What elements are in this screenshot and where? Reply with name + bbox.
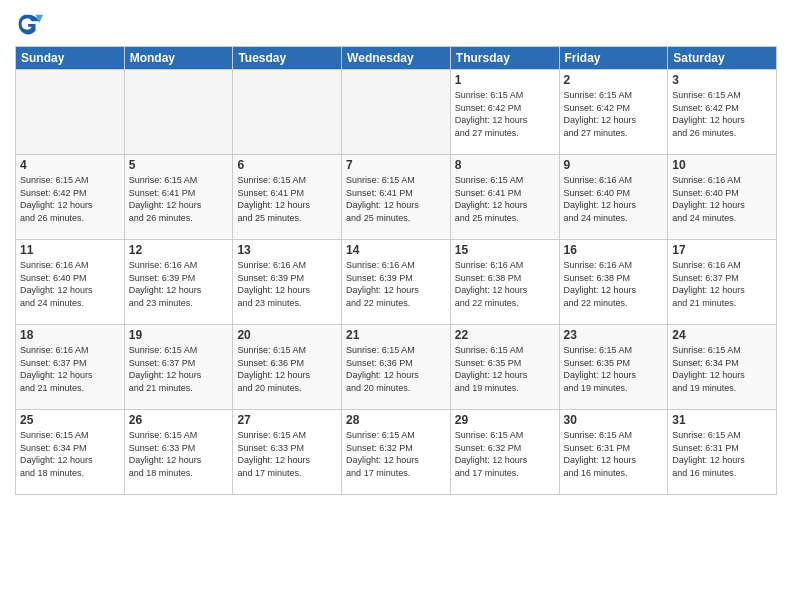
day-info: Sunrise: 6:16 AM Sunset: 6:38 PM Dayligh…	[455, 259, 555, 309]
calendar-cell: 31Sunrise: 6:15 AM Sunset: 6:31 PM Dayli…	[668, 410, 777, 495]
calendar-header-friday: Friday	[559, 47, 668, 70]
calendar-header-wednesday: Wednesday	[342, 47, 451, 70]
day-info: Sunrise: 6:15 AM Sunset: 6:36 PM Dayligh…	[237, 344, 337, 394]
day-number: 9	[564, 158, 664, 172]
day-info: Sunrise: 6:16 AM Sunset: 6:39 PM Dayligh…	[346, 259, 446, 309]
calendar-cell: 1Sunrise: 6:15 AM Sunset: 6:42 PM Daylig…	[450, 70, 559, 155]
day-number: 10	[672, 158, 772, 172]
day-number: 26	[129, 413, 229, 427]
day-info: Sunrise: 6:16 AM Sunset: 6:39 PM Dayligh…	[237, 259, 337, 309]
day-number: 1	[455, 73, 555, 87]
calendar-cell	[342, 70, 451, 155]
day-number: 5	[129, 158, 229, 172]
calendar-cell: 22Sunrise: 6:15 AM Sunset: 6:35 PM Dayli…	[450, 325, 559, 410]
day-info: Sunrise: 6:15 AM Sunset: 6:42 PM Dayligh…	[455, 89, 555, 139]
calendar-cell: 12Sunrise: 6:16 AM Sunset: 6:39 PM Dayli…	[124, 240, 233, 325]
day-number: 14	[346, 243, 446, 257]
calendar-cell: 5Sunrise: 6:15 AM Sunset: 6:41 PM Daylig…	[124, 155, 233, 240]
day-info: Sunrise: 6:16 AM Sunset: 6:39 PM Dayligh…	[129, 259, 229, 309]
calendar-cell: 19Sunrise: 6:15 AM Sunset: 6:37 PM Dayli…	[124, 325, 233, 410]
page: SundayMondayTuesdayWednesdayThursdayFrid…	[0, 0, 792, 612]
calendar-header-sunday: Sunday	[16, 47, 125, 70]
calendar-cell: 18Sunrise: 6:16 AM Sunset: 6:37 PM Dayli…	[16, 325, 125, 410]
day-number: 23	[564, 328, 664, 342]
day-number: 3	[672, 73, 772, 87]
calendar-header-monday: Monday	[124, 47, 233, 70]
calendar-cell: 3Sunrise: 6:15 AM Sunset: 6:42 PM Daylig…	[668, 70, 777, 155]
calendar-table: SundayMondayTuesdayWednesdayThursdayFrid…	[15, 46, 777, 495]
calendar-cell: 21Sunrise: 6:15 AM Sunset: 6:36 PM Dayli…	[342, 325, 451, 410]
day-number: 16	[564, 243, 664, 257]
day-number: 25	[20, 413, 120, 427]
calendar-cell: 23Sunrise: 6:15 AM Sunset: 6:35 PM Dayli…	[559, 325, 668, 410]
calendar-cell: 20Sunrise: 6:15 AM Sunset: 6:36 PM Dayli…	[233, 325, 342, 410]
day-number: 15	[455, 243, 555, 257]
calendar-cell: 16Sunrise: 6:16 AM Sunset: 6:38 PM Dayli…	[559, 240, 668, 325]
day-info: Sunrise: 6:15 AM Sunset: 6:33 PM Dayligh…	[237, 429, 337, 479]
day-number: 22	[455, 328, 555, 342]
day-info: Sunrise: 6:15 AM Sunset: 6:37 PM Dayligh…	[129, 344, 229, 394]
calendar-cell: 30Sunrise: 6:15 AM Sunset: 6:31 PM Dayli…	[559, 410, 668, 495]
day-number: 27	[237, 413, 337, 427]
calendar-cell: 28Sunrise: 6:15 AM Sunset: 6:32 PM Dayli…	[342, 410, 451, 495]
day-info: Sunrise: 6:16 AM Sunset: 6:40 PM Dayligh…	[672, 174, 772, 224]
day-info: Sunrise: 6:15 AM Sunset: 6:32 PM Dayligh…	[346, 429, 446, 479]
calendar-week-row: 25Sunrise: 6:15 AM Sunset: 6:34 PM Dayli…	[16, 410, 777, 495]
calendar-cell: 27Sunrise: 6:15 AM Sunset: 6:33 PM Dayli…	[233, 410, 342, 495]
day-info: Sunrise: 6:15 AM Sunset: 6:34 PM Dayligh…	[672, 344, 772, 394]
calendar-cell: 29Sunrise: 6:15 AM Sunset: 6:32 PM Dayli…	[450, 410, 559, 495]
day-info: Sunrise: 6:15 AM Sunset: 6:31 PM Dayligh…	[564, 429, 664, 479]
calendar-cell	[16, 70, 125, 155]
day-number: 29	[455, 413, 555, 427]
calendar-cell: 13Sunrise: 6:16 AM Sunset: 6:39 PM Dayli…	[233, 240, 342, 325]
calendar-cell: 24Sunrise: 6:15 AM Sunset: 6:34 PM Dayli…	[668, 325, 777, 410]
day-number: 7	[346, 158, 446, 172]
day-info: Sunrise: 6:15 AM Sunset: 6:42 PM Dayligh…	[20, 174, 120, 224]
calendar-cell: 7Sunrise: 6:15 AM Sunset: 6:41 PM Daylig…	[342, 155, 451, 240]
calendar-cell: 11Sunrise: 6:16 AM Sunset: 6:40 PM Dayli…	[16, 240, 125, 325]
day-number: 4	[20, 158, 120, 172]
calendar-week-row: 18Sunrise: 6:16 AM Sunset: 6:37 PM Dayli…	[16, 325, 777, 410]
calendar-cell: 10Sunrise: 6:16 AM Sunset: 6:40 PM Dayli…	[668, 155, 777, 240]
calendar-cell: 25Sunrise: 6:15 AM Sunset: 6:34 PM Dayli…	[16, 410, 125, 495]
day-info: Sunrise: 6:15 AM Sunset: 6:41 PM Dayligh…	[455, 174, 555, 224]
day-info: Sunrise: 6:15 AM Sunset: 6:41 PM Dayligh…	[346, 174, 446, 224]
day-number: 2	[564, 73, 664, 87]
day-info: Sunrise: 6:15 AM Sunset: 6:36 PM Dayligh…	[346, 344, 446, 394]
day-info: Sunrise: 6:15 AM Sunset: 6:42 PM Dayligh…	[564, 89, 664, 139]
day-info: Sunrise: 6:15 AM Sunset: 6:41 PM Dayligh…	[129, 174, 229, 224]
day-info: Sunrise: 6:15 AM Sunset: 6:42 PM Dayligh…	[672, 89, 772, 139]
day-info: Sunrise: 6:16 AM Sunset: 6:37 PM Dayligh…	[20, 344, 120, 394]
calendar-cell: 2Sunrise: 6:15 AM Sunset: 6:42 PM Daylig…	[559, 70, 668, 155]
day-info: Sunrise: 6:15 AM Sunset: 6:35 PM Dayligh…	[455, 344, 555, 394]
calendar-cell	[124, 70, 233, 155]
day-info: Sunrise: 6:15 AM Sunset: 6:33 PM Dayligh…	[129, 429, 229, 479]
calendar-header-row: SundayMondayTuesdayWednesdayThursdayFrid…	[16, 47, 777, 70]
day-number: 19	[129, 328, 229, 342]
calendar-cell	[233, 70, 342, 155]
day-number: 13	[237, 243, 337, 257]
calendar-cell: 14Sunrise: 6:16 AM Sunset: 6:39 PM Dayli…	[342, 240, 451, 325]
calendar-week-row: 11Sunrise: 6:16 AM Sunset: 6:40 PM Dayli…	[16, 240, 777, 325]
calendar-header-tuesday: Tuesday	[233, 47, 342, 70]
day-number: 20	[237, 328, 337, 342]
calendar-cell: 15Sunrise: 6:16 AM Sunset: 6:38 PM Dayli…	[450, 240, 559, 325]
day-info: Sunrise: 6:15 AM Sunset: 6:41 PM Dayligh…	[237, 174, 337, 224]
day-number: 12	[129, 243, 229, 257]
day-number: 30	[564, 413, 664, 427]
calendar-cell: 9Sunrise: 6:16 AM Sunset: 6:40 PM Daylig…	[559, 155, 668, 240]
day-info: Sunrise: 6:16 AM Sunset: 6:40 PM Dayligh…	[20, 259, 120, 309]
calendar-cell: 17Sunrise: 6:16 AM Sunset: 6:37 PM Dayli…	[668, 240, 777, 325]
day-number: 6	[237, 158, 337, 172]
calendar-cell: 6Sunrise: 6:15 AM Sunset: 6:41 PM Daylig…	[233, 155, 342, 240]
calendar-week-row: 4Sunrise: 6:15 AM Sunset: 6:42 PM Daylig…	[16, 155, 777, 240]
day-number: 28	[346, 413, 446, 427]
logo-icon	[15, 10, 43, 38]
day-number: 17	[672, 243, 772, 257]
calendar-header-thursday: Thursday	[450, 47, 559, 70]
day-info: Sunrise: 6:15 AM Sunset: 6:34 PM Dayligh…	[20, 429, 120, 479]
day-info: Sunrise: 6:16 AM Sunset: 6:38 PM Dayligh…	[564, 259, 664, 309]
day-info: Sunrise: 6:15 AM Sunset: 6:32 PM Dayligh…	[455, 429, 555, 479]
day-info: Sunrise: 6:16 AM Sunset: 6:40 PM Dayligh…	[564, 174, 664, 224]
calendar-week-row: 1Sunrise: 6:15 AM Sunset: 6:42 PM Daylig…	[16, 70, 777, 155]
